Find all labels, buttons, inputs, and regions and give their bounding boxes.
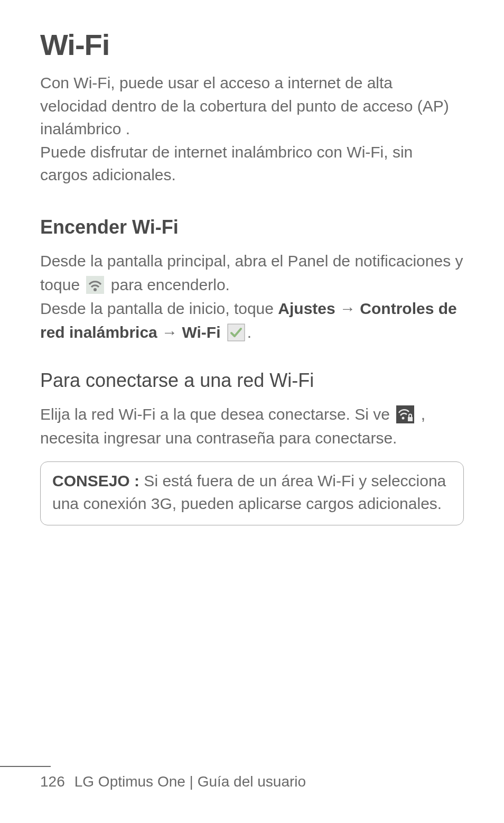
text-fragment: Elija la red Wi-Fi a la que desea conect…	[40, 405, 394, 423]
page-footer: 126LG Optimus One | Guía del usuario	[0, 766, 504, 790]
text-fragment: .	[247, 323, 251, 341]
text-fragment: para encenderlo.	[106, 276, 230, 293]
intro-block: Con Wi-Fi, puede usar el acceso a intern…	[40, 71, 464, 187]
arrow: →	[157, 323, 182, 341]
page-content: Wi-Fi Con Wi-Fi, puede usar el acceso a …	[0, 0, 504, 525]
tip-label: CONSEJO :	[52, 472, 139, 489]
wifi-icon	[86, 276, 104, 294]
section1-body: Desde la pantalla principal, abra el Pan…	[40, 249, 464, 344]
page-title: Wi-Fi	[40, 27, 464, 62]
wifi-lock-icon	[396, 405, 414, 423]
section-heading-conectarse: Para conectarse a una red Wi-Fi	[40, 369, 464, 392]
checkmark-icon	[227, 323, 245, 341]
bold-ajustes: Ajustes	[278, 300, 335, 317]
page-number: 126	[40, 773, 65, 790]
tip-box: CONSEJO : Si está fuera de un área Wi-Fi…	[40, 461, 464, 525]
bold-wifi: Wi-Fi	[182, 323, 225, 341]
section-heading-encender: Encender Wi-Fi	[40, 216, 464, 238]
text-fragment: Desde la pantalla de inicio, toque	[40, 300, 278, 317]
footer-text: 126LG Optimus One | Guía del usuario	[0, 773, 464, 790]
section2-body: Elija la red Wi-Fi a la que desea conect…	[40, 402, 464, 450]
svg-point-1	[94, 288, 97, 291]
svg-rect-5	[408, 417, 413, 421]
footer-label: LG Optimus One | Guía del usuario	[74, 773, 306, 790]
intro-paragraph-1: Con Wi-Fi, puede usar el acceso a intern…	[40, 71, 464, 141]
intro-paragraph-2: Puede disfrutar de internet inalámbrico …	[40, 141, 464, 187]
footer-rule	[0, 766, 51, 767]
arrow: →	[335, 300, 360, 317]
svg-rect-2	[228, 324, 245, 341]
svg-point-4	[402, 417, 405, 419]
